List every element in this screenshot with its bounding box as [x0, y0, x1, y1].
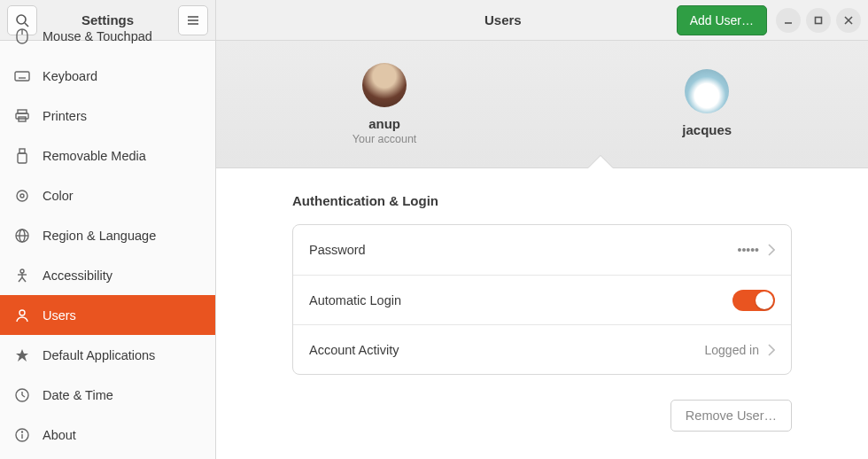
svg-line-26 [19, 277, 22, 282]
row-password[interactable]: Password ••••• [293, 225, 791, 275]
password-value: ••••• [737, 243, 759, 257]
sidebar-item-label: Users [43, 308, 76, 323]
content-area: Authentication & Login Password ••••• Au… [216, 168, 868, 459]
sidebar-item-keyboard[interactable]: Keyboard [0, 56, 215, 96]
main-panel: Users Add User… anup Your account jacque… [216, 0, 868, 459]
row-label: Password [309, 243, 737, 257]
section-title-auth: Authentication & Login [292, 193, 792, 208]
close-button[interactable] [836, 8, 861, 33]
sidebar-item-label: Removable Media [43, 149, 146, 163]
sidebar-item-region-language[interactable]: Region & Language [0, 215, 215, 255]
svg-line-32 [22, 395, 25, 397]
svg-point-18 [17, 191, 27, 201]
svg-rect-7 [15, 72, 29, 81]
minimize-button[interactable] [776, 8, 801, 33]
user-name: anup [368, 116, 400, 131]
svg-point-28 [19, 310, 25, 315]
automatic-login-toggle[interactable] [732, 290, 775, 311]
maximize-button[interactable] [806, 8, 831, 33]
remove-user-button[interactable]: Remove User… [670, 400, 792, 432]
window-controls [776, 8, 861, 33]
row-label: Account Activity [309, 343, 704, 357]
sidebar-item-mouse-touchpad[interactable]: Mouse & Touchpad [0, 16, 215, 56]
sidebar-item-label: Region & Language [43, 229, 156, 243]
add-user-button[interactable]: Add User… [677, 5, 767, 35]
sidebar-item-date-time[interactable]: Date & Time [0, 375, 215, 415]
footer-actions: Remove User… [292, 400, 792, 432]
sidebar-item-label: About [43, 428, 76, 442]
info-icon [14, 427, 30, 443]
svg-point-35 [22, 432, 23, 432]
star-icon [14, 347, 30, 363]
keyboard-icon [14, 68, 30, 84]
sidebar: Settings Mouse & Touchpad Keyboard Print… [0, 0, 216, 459]
svg-marker-29 [16, 349, 28, 362]
color-icon [14, 188, 30, 204]
users-strip: anup Your account jacques [216, 41, 868, 168]
accessibility-icon [14, 268, 30, 284]
sidebar-list: Mouse & Touchpad Keyboard Printers Remov… [0, 16, 215, 459]
main-header: Users Add User… [216, 0, 868, 41]
activity-value: Logged in [704, 343, 759, 357]
auth-card: Password ••••• Automatic Login Account A… [292, 224, 792, 375]
sidebar-item-removable-media[interactable]: Removable Media [0, 136, 215, 175]
row-account-activity[interactable]: Account Activity Logged in [293, 324, 791, 374]
chevron-right-icon [768, 244, 775, 256]
svg-point-19 [20, 194, 24, 198]
usb-icon [14, 148, 30, 164]
clock-icon [14, 387, 30, 403]
user-icon [14, 307, 30, 323]
sidebar-item-label: Printers [43, 109, 87, 123]
sidebar-item-about[interactable]: About [0, 415, 215, 455]
mouse-icon [14, 28, 30, 44]
maximize-icon [814, 16, 823, 25]
avatar [362, 63, 407, 107]
sidebar-item-default-applications[interactable]: Default Applications [0, 335, 215, 375]
page-title: Users [329, 12, 677, 27]
user-name: jacques [682, 122, 732, 137]
chevron-right-icon [768, 344, 775, 356]
sidebar-item-accessibility[interactable]: Accessibility [0, 255, 215, 295]
sidebar-item-label: Color [43, 189, 74, 203]
globe-icon [14, 228, 30, 244]
minimize-icon [784, 16, 793, 25]
svg-line-27 [22, 277, 26, 282]
user-card-anup[interactable]: anup Your account [353, 63, 417, 145]
sidebar-item-color[interactable]: Color [0, 175, 215, 215]
sidebar-item-label: Date & Time [43, 388, 113, 402]
svg-point-23 [20, 269, 24, 273]
sidebar-item-printers[interactable]: Printers [0, 96, 215, 136]
sidebar-item-label: Accessibility [43, 268, 112, 283]
sidebar-item-users[interactable]: Users [0, 295, 215, 335]
sidebar-item-label: Keyboard [43, 69, 97, 83]
user-card-jacques[interactable]: jacques [682, 69, 732, 139]
printer-icon [14, 108, 30, 124]
svg-rect-16 [19, 149, 25, 153]
avatar [685, 69, 729, 113]
svg-rect-17 [18, 153, 27, 163]
svg-rect-14 [16, 113, 28, 119]
sidebar-item-label: Mouse & Touchpad [43, 29, 152, 43]
row-automatic-login: Automatic Login [293, 275, 791, 324]
sidebar-item-label: Default Applications [43, 348, 155, 362]
close-icon [844, 16, 853, 25]
svg-rect-37 [816, 17, 822, 23]
user-subtitle: Your account [353, 133, 417, 145]
row-label: Automatic Login [309, 293, 732, 307]
